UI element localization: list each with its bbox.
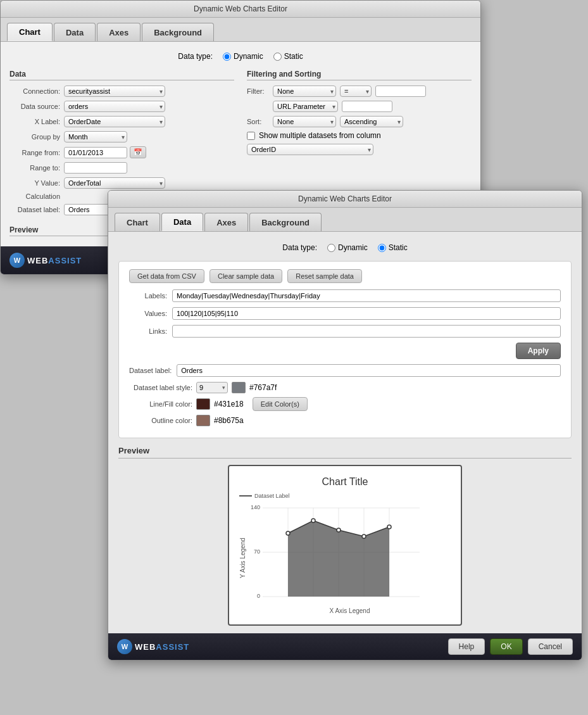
connection-row: Connection: securityassist	[9, 85, 234, 97]
xlabel-select[interactable]: OrderDate	[64, 116, 165, 127]
filter-select-wrapper: None	[273, 85, 336, 97]
tab-data-w1[interactable]: Data	[54, 23, 96, 41]
yvalue-label: Y Value:	[9, 179, 60, 187]
svg-point-15	[362, 535, 366, 538]
wa-logo-w1: W WEBASSIST	[9, 253, 82, 268]
legend-item: Dataset Label	[239, 493, 451, 499]
chart-svg: 140 70 0	[249, 502, 426, 603]
static-section: Get data from CSV Clear sample data Rese…	[118, 261, 572, 438]
links-field-row: Links:	[129, 325, 561, 338]
urlparam-select-wrapper: URL Parameter	[273, 101, 338, 112]
ok-btn[interactable]: OK	[490, 638, 522, 655]
sort-select-wrapper: None	[273, 116, 336, 127]
orderid-select[interactable]: OrderID	[247, 144, 373, 155]
x-axis-label: X Axis Legend	[249, 607, 451, 614]
label-style-swatch[interactable]	[232, 382, 246, 393]
datasource-select-wrapper: orders	[64, 101, 165, 112]
dynamic-label-w1: Dynamic	[234, 52, 263, 61]
dynamic-radio-w2[interactable]	[327, 244, 335, 252]
edit-colors-btn[interactable]: Edit Color(s)	[253, 397, 308, 411]
values-input[interactable]	[172, 307, 561, 320]
links-input[interactable]	[172, 325, 561, 338]
tab-axes-w1[interactable]: Axes	[97, 23, 141, 41]
chart-area: Y Axis Legend 140 70 0	[239, 502, 451, 614]
svg-text:70: 70	[254, 548, 260, 555]
static-radio-w1[interactable]	[273, 53, 282, 61]
window2: Dynamic Web Charts Editor Chart Data Axe…	[108, 190, 582, 661]
rangefrom-input[interactable]	[64, 147, 127, 158]
preview-heading-w2: Preview	[118, 446, 572, 459]
datasource-select[interactable]: orders	[64, 101, 165, 112]
apply-btn[interactable]: Apply	[516, 343, 561, 359]
legend-label: Dataset Label	[254, 493, 290, 499]
data-type-row-w2: Data type: Dynamic Static	[118, 239, 572, 256]
connection-select-wrapper: securityassist	[64, 85, 165, 97]
outline-row: Outline color: #8b675a	[129, 415, 561, 426]
tab-chart-w1[interactable]: Chart	[7, 23, 53, 41]
chart-box: Chart Title Dataset Label Y Axis Legend …	[228, 465, 462, 626]
wa-text-w1: WEBASSIST	[27, 256, 82, 265]
static-label-w2: Static	[389, 243, 408, 252]
rangefrom-wrapper: 📅	[64, 146, 146, 158]
tab-chart-w2[interactable]: Chart	[115, 213, 160, 231]
outline-swatch[interactable]	[196, 415, 210, 426]
calculation-label: Calculation	[9, 193, 60, 200]
tab-data-w2[interactable]: Data	[161, 213, 203, 231]
chart-title: Chart Title	[239, 476, 451, 488]
xlabel-row: X Label: OrderDate	[9, 116, 234, 127]
static-radio-label-w2[interactable]: Static	[378, 243, 408, 252]
rangefrom-row: Range from: 📅	[9, 146, 234, 158]
urlparam-select[interactable]: URL Parameter	[273, 101, 338, 112]
linefill-hex: #431e18	[214, 400, 244, 408]
show-multiple-row: Show multiple datasets from column	[247, 131, 472, 140]
filter-row: Filter: None =	[247, 85, 472, 97]
orderid-row: OrderID	[247, 144, 472, 155]
calendar-btn[interactable]: 📅	[130, 146, 146, 158]
dynamic-radio-w1[interactable]	[223, 53, 231, 61]
window2-footer: W WEBASSIST Help OK Cancel	[108, 633, 582, 660]
dataset-label-input[interactable]	[177, 364, 561, 377]
ascending-select[interactable]: Ascending	[340, 116, 403, 127]
show-multiple-label: Show multiple datasets from column	[259, 131, 381, 140]
connection-select[interactable]: securityassist	[64, 85, 165, 97]
cancel-btn[interactable]: Cancel	[528, 638, 573, 655]
wa-circle-w1: W	[9, 253, 25, 268]
linefill-swatch[interactable]	[196, 398, 210, 410]
clear-sample-btn[interactable]: Clear sample data	[210, 269, 282, 283]
csv-buttons-row: Get data from CSV Clear sample data Rese…	[129, 269, 561, 283]
urlparam-value-input[interactable]	[342, 101, 392, 112]
yvalue-select[interactable]: OrderTotal	[64, 177, 165, 189]
get-csv-btn[interactable]: Get data from CSV	[129, 269, 204, 283]
static-radio-w2[interactable]	[378, 244, 386, 252]
connection-label: Connection:	[9, 87, 60, 95]
tab-background-w1[interactable]: Background	[142, 23, 214, 41]
dynamic-radio-label-w2[interactable]: Dynamic	[327, 243, 368, 252]
filter-select[interactable]: None	[273, 85, 336, 97]
linefill-row: Line/Fill color: #431e18 Edit Color(s)	[129, 397, 561, 411]
eq-select-wrapper: =	[340, 85, 372, 97]
tab-axes-w2[interactable]: Axes	[204, 213, 248, 231]
values-field-label: Values:	[129, 310, 167, 317]
sort-row: Sort: None Ascending	[247, 116, 472, 127]
static-radio-label-w1[interactable]: Static	[273, 52, 303, 61]
filter-value-input[interactable]	[375, 85, 426, 97]
wa-text-w2: WEBASSIST	[135, 642, 189, 652]
yvalue-row: Y Value: OrderTotal	[9, 177, 234, 189]
show-multiple-checkbox[interactable]	[247, 132, 255, 140]
ascending-select-wrapper: Ascending	[340, 116, 403, 127]
xlabel-select-wrapper: OrderDate	[64, 116, 165, 127]
groupby-select[interactable]: Month	[64, 131, 127, 142]
labels-input[interactable]	[172, 289, 561, 302]
eq-select[interactable]: =	[340, 85, 372, 97]
reset-sample-btn[interactable]: Reset sample data	[287, 269, 362, 283]
rangeto-row: Range to:	[9, 162, 234, 174]
dynamic-label-w2: Dynamic	[338, 243, 368, 252]
svg-point-16	[387, 525, 391, 529]
sort-select[interactable]: None	[273, 116, 336, 127]
groupby-label: Group by	[9, 133, 60, 141]
help-btn[interactable]: Help	[448, 638, 485, 655]
style-num-select[interactable]: 9	[196, 382, 228, 393]
rangeto-input[interactable]	[64, 162, 127, 174]
dynamic-radio-label-w1[interactable]: Dynamic	[223, 52, 263, 61]
tab-background-w2[interactable]: Background	[249, 213, 322, 231]
